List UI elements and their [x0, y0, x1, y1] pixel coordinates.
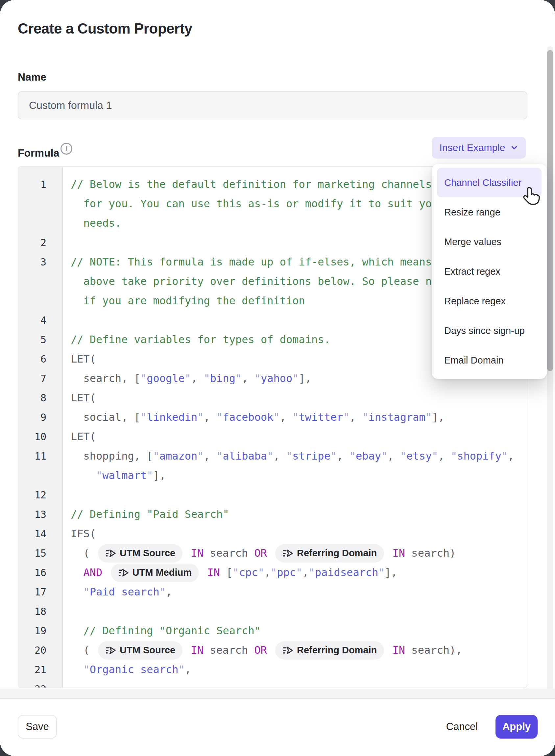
info-icon[interactable]: i [60, 143, 72, 155]
code-token: ebay [356, 446, 381, 466]
code-row: 19 // Defining "Organic Search" [18, 621, 527, 640]
property-chip[interactable]: UTM Source [98, 544, 182, 563]
line-number: 12 [18, 489, 63, 501]
code-token: paidsearch [315, 563, 378, 582]
apply-button[interactable]: Apply [496, 715, 538, 739]
code-line: ( UTM Source IN search OR Referring Doma… [63, 544, 456, 563]
code-row: 20 ( UTM Source IN search OR Referring D… [18, 640, 527, 660]
property-chip[interactable]: UTM Source [98, 641, 182, 660]
code-token: OR [254, 640, 273, 660]
code-row: 17 "Paid search", [18, 582, 527, 602]
code-token: " [349, 446, 356, 466]
code-token: " [84, 660, 90, 679]
code-token: , [273, 446, 286, 466]
code-row: 14IFS( [18, 524, 527, 544]
code-line: LET( [63, 349, 96, 369]
dropdown-item-days-since-sign-up[interactable]: Days since sign-up [437, 316, 542, 346]
code-token: walmart [102, 466, 146, 485]
code-token: " [153, 446, 159, 466]
code-token: " [236, 369, 242, 388]
code-token: IN [386, 640, 411, 660]
dropdown-item-merge-values[interactable]: Merge values [437, 227, 542, 256]
code-token: , [387, 446, 400, 466]
line-number: 10 [18, 431, 63, 442]
code-token: search [210, 544, 254, 563]
code-token: " [254, 369, 261, 388]
save-button[interactable]: Save [18, 715, 57, 739]
insert-example-dropdown: Channel ClassifierResize rangeMerge valu… [432, 164, 547, 379]
code-line: "walmart"], [63, 466, 166, 485]
code-token: " [178, 660, 185, 679]
code-line: ( UTM Source IN search OR Referring Doma… [63, 640, 462, 660]
scrollbar-thumb[interactable] [547, 50, 553, 371]
code-token: google [146, 369, 185, 388]
line-number: 2 [18, 237, 63, 248]
property-chip[interactable]: UTM Medium [111, 563, 199, 582]
code-token: " [343, 408, 349, 427]
code-token: shopping, [ [71, 446, 153, 466]
code-token: , [349, 408, 362, 427]
code-token: " [258, 563, 264, 582]
code-token: ( [71, 544, 96, 563]
code-token: , [204, 408, 217, 427]
line-number: 15 [18, 548, 63, 559]
code-token: IN [386, 544, 411, 563]
code-row: 21 "Organic search", [18, 660, 527, 679]
property-chip[interactable]: Referring Domain [275, 544, 384, 563]
code-token: " [451, 446, 457, 466]
property-icon [105, 548, 116, 559]
property-chip[interactable]: Referring Domain [275, 641, 384, 660]
code-token: ], [153, 466, 166, 485]
code-token: // Defining "Organic Search" [71, 621, 261, 640]
line-number: 22 [18, 683, 63, 688]
code-token: ], [432, 408, 444, 427]
dropdown-item-replace-regex[interactable]: Replace regex [437, 286, 542, 316]
line-number: 8 [18, 392, 63, 404]
code-token: " [185, 369, 191, 388]
code-token: OR [254, 544, 273, 563]
code-token: " [204, 369, 210, 388]
code-token: , [264, 563, 270, 582]
code-token: " [331, 446, 337, 466]
property-chip-label: Referring Domain [297, 640, 377, 660]
code-token: ppc [277, 563, 296, 582]
cancel-button[interactable]: Cancel [440, 715, 483, 739]
code-token: alibaba [223, 446, 267, 466]
code-token: search, [ [71, 369, 140, 388]
code-token: ( [71, 640, 96, 660]
code-token: linkedin [146, 408, 197, 427]
code-token: IFS( [71, 524, 96, 544]
property-chip-label: UTM Medium [132, 563, 192, 582]
line-number: 4 [18, 315, 63, 326]
code-token [71, 466, 96, 485]
line-number: 11 [18, 450, 63, 462]
code-token: " [160, 582, 166, 602]
code-token: search) [411, 544, 456, 563]
code-token: LET( [71, 349, 96, 369]
insert-example-button[interactable]: Insert Example [432, 137, 526, 159]
code-line: "Paid search", [63, 582, 172, 602]
code-token: " [309, 563, 315, 582]
code-token: // Define variables for types of domains… [71, 330, 331, 349]
line-number: 6 [18, 353, 63, 365]
chevron-down-icon [510, 144, 518, 152]
code-token: cpc [239, 563, 258, 582]
code-token: amazon [160, 446, 198, 466]
name-input[interactable] [18, 91, 527, 119]
property-icon [283, 548, 293, 559]
create-custom-property-modal: Create a Custom Property Name Formula i … [0, 0, 555, 756]
code-line: // Defining "Paid Search" [63, 505, 229, 524]
code-token: " [267, 446, 273, 466]
dropdown-item-channel-classifier[interactable]: Channel Classifier [437, 168, 542, 197]
dropdown-item-extract-regex[interactable]: Extract regex [437, 256, 542, 286]
footer-band [0, 688, 555, 698]
code-token: " [140, 369, 146, 388]
property-chip-label: Referring Domain [297, 544, 377, 563]
dropdown-item-resize-range[interactable]: Resize range [437, 197, 542, 227]
code-row: 12 [18, 485, 527, 505]
code-token: etsy [407, 446, 432, 466]
code-token: , [204, 446, 217, 466]
code-token: ], [299, 369, 312, 388]
dropdown-item-email-domain[interactable]: Email Domain [437, 346, 542, 375]
code-token: yahoo [261, 369, 292, 388]
